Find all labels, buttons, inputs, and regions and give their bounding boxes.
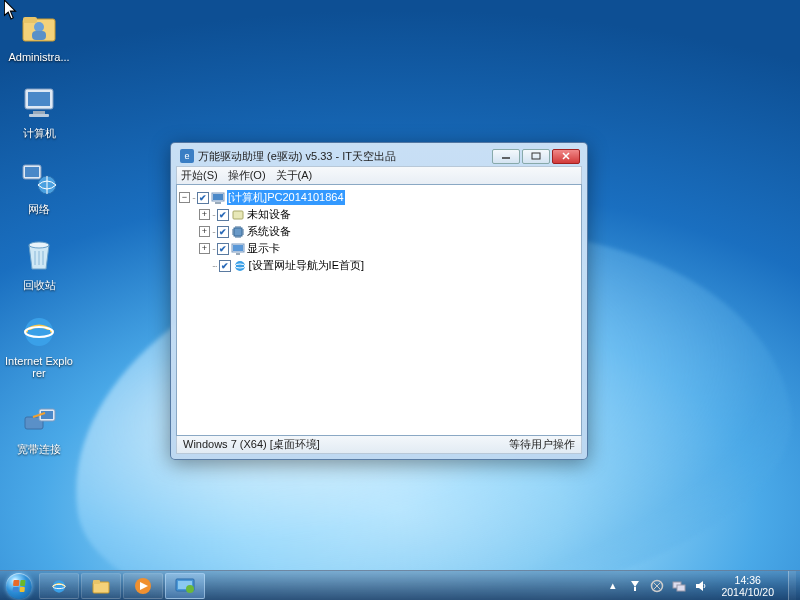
taskbar[interactable]: ▴ 14:36 2014/10/20: [0, 570, 800, 600]
checkbox[interactable]: [217, 209, 229, 221]
computer-small-icon: [211, 191, 225, 205]
svg-rect-22: [215, 202, 221, 204]
display-icon: [231, 242, 245, 256]
desktop-icon-network[interactable]: 网络: [2, 158, 76, 215]
svg-point-2: [34, 22, 44, 32]
tray-show-hidden-icon[interactable]: ▴: [605, 578, 621, 594]
checkbox[interactable]: [197, 192, 209, 204]
svg-rect-7: [29, 114, 49, 117]
menubar: 开始(S) 操作(O) 关于(A): [176, 166, 582, 184]
app-window[interactable]: e 万能驱动助理 (e驱动) v5.33 - IT天空出品 开始(S) 操作(O…: [170, 142, 588, 460]
ie-icon: [18, 310, 60, 352]
svg-rect-14: [28, 330, 50, 334]
svg-rect-6: [33, 111, 45, 114]
checkbox[interactable]: [219, 260, 231, 272]
tray-volume-icon[interactable]: [693, 578, 709, 594]
device-icon: [231, 208, 245, 222]
tray-action-center-icon[interactable]: [627, 578, 643, 594]
icon-label: 宽带连接: [2, 443, 76, 455]
svg-rect-26: [233, 245, 243, 251]
tree-view[interactable]: −·· [计算机]PC2014101864 +·· 未知设备 +·· 系统设备 …: [176, 184, 582, 436]
svg-rect-1: [23, 17, 37, 23]
checkbox[interactable]: [217, 243, 229, 255]
svg-point-11: [29, 242, 49, 248]
show-desktop-button[interactable]: [788, 571, 796, 601]
statusbar: Windows 7 (X64) [桌面环境] 等待用户操作: [176, 436, 582, 454]
svg-rect-33: [93, 580, 100, 584]
tree-node-display[interactable]: +·· 显示卡: [179, 240, 579, 257]
tree-node-system[interactable]: +·· 系统设备: [179, 223, 579, 240]
node-label[interactable]: [计算机]PC2014101864: [227, 190, 345, 205]
icon-label: Administra...: [2, 51, 76, 63]
desktop-icon-ie[interactable]: Internet Explorer: [2, 310, 76, 379]
svg-rect-9: [25, 167, 39, 177]
svg-rect-17: [41, 411, 53, 419]
status-right: 等待用户操作: [509, 437, 575, 452]
menu-start[interactable]: 开始(S): [181, 168, 218, 183]
expand-toggle[interactable]: +: [199, 226, 210, 237]
svg-rect-23: [233, 211, 243, 219]
svg-rect-19: [532, 153, 540, 159]
user-folder-icon: [18, 6, 60, 48]
tray-network-icon[interactable]: [671, 578, 687, 594]
recycle-bin-icon: [18, 234, 60, 276]
node-label[interactable]: 显示卡: [247, 241, 280, 256]
expand-toggle[interactable]: +: [199, 243, 210, 254]
titlebar[interactable]: e 万能驱动助理 (e驱动) v5.33 - IT天空出品: [176, 148, 582, 166]
computer-icon: [18, 82, 60, 124]
svg-rect-3: [32, 31, 46, 40]
icon-label: 回收站: [2, 279, 76, 291]
chip-icon: [231, 225, 245, 239]
tree-node-unknown[interactable]: +·· 未知设备: [179, 206, 579, 223]
start-orb-icon: [6, 573, 32, 599]
svg-point-37: [186, 585, 194, 593]
status-left: Windows 7 (X64) [桌面环境]: [183, 437, 320, 452]
clock-date: 2014/10/20: [721, 586, 774, 598]
desktop-icon-computer[interactable]: 计算机: [2, 82, 76, 139]
svg-rect-38: [634, 587, 636, 591]
taskbar-clock[interactable]: 14:36 2014/10/20: [715, 572, 780, 600]
checkbox[interactable]: [217, 226, 229, 238]
svg-rect-27: [236, 253, 240, 255]
tree-node-homepage[interactable]: ··· [设置网址导航为IE首页]: [179, 257, 579, 274]
tree-node-root[interactable]: −·· [计算机]PC2014101864: [179, 189, 579, 206]
node-label[interactable]: [设置网址导航为IE首页]: [249, 258, 365, 273]
expand-toggle[interactable]: +: [199, 209, 210, 220]
mouse-cursor: [4, 0, 18, 20]
icon-label: 计算机: [2, 127, 76, 139]
svg-point-28: [235, 261, 245, 271]
clock-time: 14:36: [721, 574, 774, 586]
desktop-icon-recycle-bin[interactable]: 回收站: [2, 234, 76, 291]
taskbar-pin-mediaplayer[interactable]: [123, 573, 163, 599]
tray-app-icon[interactable]: [649, 578, 665, 594]
node-label[interactable]: 未知设备: [247, 207, 291, 222]
system-tray[interactable]: ▴ 14:36 2014/10/20: [601, 571, 800, 600]
desktop-icon-broadband[interactable]: 宽带连接: [2, 398, 76, 455]
network-icon: [18, 158, 60, 200]
taskbar-app-driver[interactable]: [165, 573, 205, 599]
broadband-icon: [18, 398, 60, 440]
svg-rect-21: [213, 194, 223, 200]
svg-rect-24: [234, 228, 242, 236]
svg-rect-41: [677, 585, 685, 591]
close-button[interactable]: [552, 149, 580, 164]
collapse-toggle[interactable]: −: [179, 192, 190, 203]
icon-label: Internet Explorer: [2, 355, 76, 379]
node-label[interactable]: 系统设备: [247, 224, 291, 239]
maximize-button[interactable]: [522, 149, 550, 164]
taskbar-pin-ie[interactable]: [39, 573, 79, 599]
icon-label: 网络: [2, 203, 76, 215]
svg-point-30: [53, 580, 65, 592]
menu-ops[interactable]: 操作(O): [228, 168, 266, 183]
menu-about[interactable]: 关于(A): [276, 168, 313, 183]
window-title: 万能驱动助理 (e驱动) v5.33 - IT天空出品: [198, 149, 488, 164]
ie-small-icon: [233, 259, 247, 273]
minimize-button[interactable]: [492, 149, 520, 164]
taskbar-pin-explorer[interactable]: [81, 573, 121, 599]
start-button[interactable]: [0, 571, 38, 601]
svg-rect-5: [28, 92, 50, 106]
app-icon: e: [180, 149, 194, 163]
